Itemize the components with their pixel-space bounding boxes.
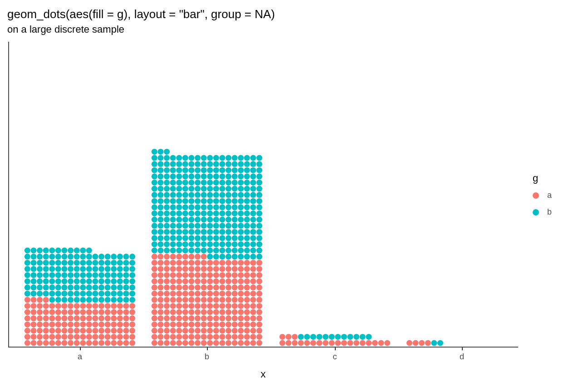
dot (225, 229, 231, 235)
dot (207, 315, 213, 321)
dot (117, 328, 123, 333)
dot (220, 180, 225, 186)
dot (225, 309, 231, 315)
dot (238, 235, 244, 241)
dot (225, 328, 231, 333)
dot (164, 223, 170, 229)
dot (117, 297, 123, 303)
dot (195, 272, 201, 278)
dot (55, 272, 61, 278)
dot (182, 303, 188, 309)
dot (158, 297, 164, 303)
dot (24, 279, 30, 284)
dot (117, 309, 123, 315)
dot (111, 266, 117, 272)
dot (213, 167, 219, 173)
dot (176, 340, 182, 346)
dot (256, 192, 262, 198)
dot (213, 291, 219, 297)
legend: g a b (533, 172, 583, 224)
legend-swatch-b (533, 209, 539, 216)
dot (256, 284, 262, 290)
dot (24, 260, 30, 266)
dot (98, 315, 104, 321)
dot (329, 334, 335, 340)
dot (43, 328, 49, 333)
dot (152, 217, 157, 223)
dot (225, 161, 231, 167)
dot (256, 186, 262, 192)
dot (98, 334, 104, 340)
dot (232, 223, 238, 229)
dot (244, 173, 250, 179)
dot (80, 266, 86, 272)
dot (250, 297, 256, 303)
dot (195, 266, 201, 272)
dot (123, 291, 129, 297)
dot (37, 340, 43, 346)
dot (378, 340, 384, 346)
dot (220, 315, 225, 321)
dot (250, 328, 256, 333)
dot (43, 248, 49, 254)
dot (43, 279, 49, 284)
axis-x-title: x (261, 368, 266, 380)
dot (43, 303, 49, 309)
dot (250, 309, 256, 315)
dot (220, 217, 225, 223)
dot (250, 186, 256, 192)
dot (256, 173, 262, 179)
dot (250, 284, 256, 290)
dot (158, 186, 164, 192)
dot (250, 334, 256, 340)
axis-x-tick (462, 348, 463, 350)
dot (164, 266, 170, 272)
dot (105, 284, 111, 290)
dot (164, 211, 170, 216)
dot (225, 223, 231, 229)
dot (170, 155, 176, 161)
dot (93, 284, 98, 290)
dot (195, 297, 201, 303)
dot (31, 272, 37, 278)
dot (43, 322, 49, 328)
dot (213, 155, 219, 161)
dot (195, 180, 201, 186)
dot (152, 266, 157, 272)
dot (152, 198, 157, 204)
dot (68, 266, 74, 272)
dot (182, 223, 188, 229)
dot (189, 284, 195, 290)
dot (213, 340, 219, 346)
dot (170, 204, 176, 210)
dot (129, 272, 135, 278)
dot (176, 198, 182, 204)
dot (98, 322, 104, 328)
dot (55, 309, 61, 315)
dot (207, 297, 213, 303)
dot (195, 204, 201, 210)
dot (123, 340, 129, 346)
dot (37, 279, 43, 284)
legend-item-b: b (533, 207, 583, 217)
dot (37, 291, 43, 297)
axis-x-tick-label: a (78, 352, 82, 362)
dot (232, 266, 238, 272)
dot (220, 272, 225, 278)
dot (207, 334, 213, 340)
dot (225, 260, 231, 266)
axis-x-tick-label: d (460, 352, 464, 362)
dot (225, 198, 231, 204)
dot (170, 291, 176, 297)
dot (207, 266, 213, 272)
dot (68, 297, 74, 303)
dot (80, 315, 86, 321)
dot (232, 204, 238, 210)
dot (256, 167, 262, 173)
dot (24, 334, 30, 340)
dot (158, 217, 164, 223)
dot (62, 328, 68, 333)
dot (43, 260, 49, 266)
dot (164, 315, 170, 321)
dot (220, 198, 225, 204)
